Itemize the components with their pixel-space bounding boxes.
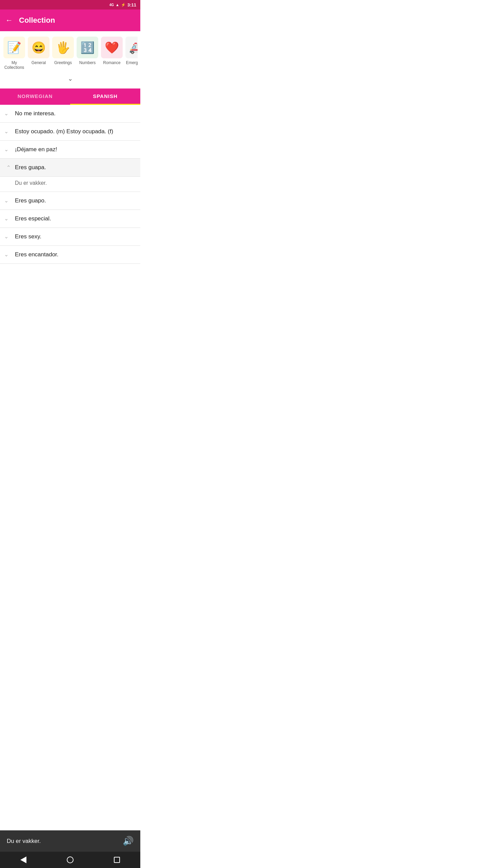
- phrase-chevron: ⌄: [4, 110, 11, 117]
- category-item-emergency[interactable]: 🚑 Emergency: [125, 37, 138, 70]
- category-item-greetings[interactable]: 🖐️ Greetings: [52, 37, 75, 70]
- battery-icon: ⚡: [121, 3, 126, 7]
- tab-norwegian[interactable]: NORWEGIAN: [0, 88, 70, 104]
- phrase-chevron: ⌄: [4, 128, 11, 135]
- expand-categories-row: ⌄: [3, 73, 138, 86]
- phrase-text: Eres especial.: [15, 215, 51, 222]
- phrase-text: Eres guapa.: [15, 164, 46, 171]
- expand-categories-button[interactable]: ⌄: [68, 75, 73, 82]
- phrase-text: Eres encantador.: [15, 251, 59, 258]
- signal-4g: 4G: [109, 3, 114, 7]
- phrase-chevron: ⌄: [4, 215, 11, 222]
- phrase-row[interactable]: ⌄ Eres especial.: [0, 210, 140, 228]
- signal-bars: ▲: [116, 3, 119, 7]
- category-list: 📝 My Collections 😄 General 🖐️ Greetings …: [3, 37, 138, 73]
- category-item-romance[interactable]: ❤️ Romance: [100, 37, 123, 70]
- status-bar: 4G ▲ ⚡ 3:11: [0, 0, 140, 9]
- phrase-chevron: ⌄: [4, 251, 11, 258]
- status-icons: 4G ▲ ⚡ 3:11: [109, 2, 136, 7]
- phrase-row[interactable]: ⌄ Estoy ocupado. (m) Estoy ocupada. (f): [0, 123, 140, 141]
- category-icon-greetings: 🖐️: [52, 37, 74, 58]
- category-item-my-collections[interactable]: 📝 My Collections: [3, 37, 26, 70]
- category-label-numbers: Numbers: [79, 60, 96, 65]
- phrase-row[interactable]: ⌄ Eres guapa.: [0, 159, 140, 177]
- phrase-text: Eres sexy.: [15, 233, 41, 240]
- phrase-list: ⌄ No me interesa. ⌄ Estoy ocupado. (m) E…: [0, 105, 140, 264]
- category-item-general[interactable]: 😄 General: [27, 37, 50, 70]
- phrase-chevron: ⌄: [4, 197, 11, 204]
- phrase-chevron: ⌄: [4, 233, 11, 240]
- category-icon-emergency: 🚑: [125, 37, 138, 58]
- category-label-romance: Romance: [103, 60, 120, 65]
- phrase-text: No me interesa.: [15, 110, 56, 117]
- translation-text: Du er vakker.: [15, 180, 47, 186]
- category-icon-my-collections: 📝: [3, 37, 25, 58]
- category-strip: 📝 My Collections 😄 General 🖐️ Greetings …: [0, 31, 140, 88]
- category-label-emergency: Emergency: [126, 60, 138, 65]
- status-time: 3:11: [127, 2, 136, 7]
- tab-spanish[interactable]: SPANISH: [70, 88, 140, 104]
- phrase-row[interactable]: ⌄ No me interesa.: [0, 105, 140, 123]
- category-icon-numbers: 🔢: [77, 37, 98, 58]
- phrase-row[interactable]: ⌄ Eres sexy.: [0, 228, 140, 246]
- phrase-text: ¡Déjame en paz!: [15, 146, 57, 153]
- category-label-my-collections: My Collections: [3, 60, 26, 70]
- category-label-greetings: Greetings: [54, 60, 72, 65]
- category-item-numbers[interactable]: 🔢 Numbers: [76, 37, 99, 70]
- category-label-general: General: [32, 60, 46, 65]
- phrase-row[interactable]: ⌄ Eres guapo.: [0, 192, 140, 210]
- language-tabs: NORWEGIANSPANISH: [0, 88, 140, 105]
- back-button[interactable]: ←: [5, 16, 13, 25]
- category-icon-general: 😄: [28, 37, 49, 58]
- phrase-chevron: ⌄: [4, 146, 11, 153]
- category-icon-romance: ❤️: [101, 37, 123, 58]
- phrase-row[interactable]: ⌄ Eres encantador.: [0, 246, 140, 264]
- translation-row: Du er vakker.: [0, 177, 140, 192]
- phrase-row[interactable]: ⌄ ¡Déjame en paz!: [0, 141, 140, 159]
- phrase-chevron: ⌄: [4, 164, 11, 171]
- phrase-text: Eres guapo.: [15, 197, 46, 204]
- page-title: Collection: [19, 16, 55, 25]
- top-bar: ← Collection: [0, 9, 140, 31]
- phrase-text: Estoy ocupado. (m) Estoy ocupada. (f): [15, 128, 113, 135]
- phrase-list-wrapper: ⌄ No me interesa. ⌄ Estoy ocupado. (m) E…: [0, 105, 140, 264]
